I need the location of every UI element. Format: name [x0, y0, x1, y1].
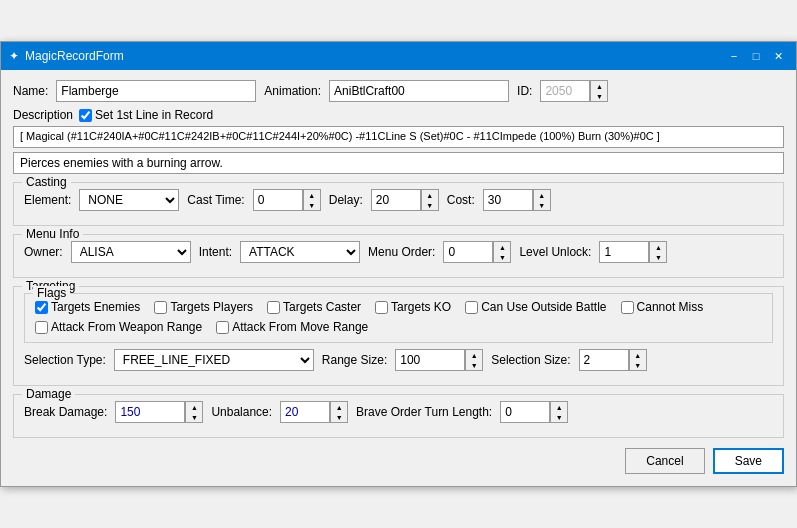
- attack-from-weapon-range-checkbox[interactable]: [35, 321, 48, 334]
- cast-time-label: Cast Time:: [187, 193, 244, 207]
- range-size-down-btn[interactable]: ▼: [466, 360, 482, 370]
- delay-up-btn[interactable]: ▲: [422, 190, 438, 200]
- selection-type-label: Selection Type:: [24, 353, 106, 367]
- menu-order-input[interactable]: [443, 241, 493, 263]
- owner-select[interactable]: ALISA ENEMY ALL: [71, 241, 191, 263]
- delay-spinner-btns: ▲ ▼: [421, 189, 439, 211]
- attack-from-move-range-checkbox[interactable]: [216, 321, 229, 334]
- cost-spinner-btns: ▲ ▼: [533, 189, 551, 211]
- range-size-input[interactable]: [395, 349, 465, 371]
- name-label: Name:: [13, 84, 48, 98]
- intent-select[interactable]: ATTACK SUPPORT HEAL: [240, 241, 360, 263]
- description-row: Description Set 1st Line in Record: [13, 108, 784, 122]
- level-unlock-input[interactable]: [599, 241, 649, 263]
- id-up-btn[interactable]: ▲: [591, 81, 607, 91]
- id-down-btn[interactable]: ▼: [591, 91, 607, 101]
- flags-group: Flags Targets Enemies Targets Players Ta…: [24, 293, 773, 343]
- attack-from-move-range-text: Attack From Move Range: [232, 320, 368, 334]
- targets-players-checkbox[interactable]: [154, 301, 167, 314]
- selection-size-label: Selection Size:: [491, 353, 570, 367]
- set-1st-line-checkbox[interactable]: [79, 109, 92, 122]
- delay-label: Delay:: [329, 193, 363, 207]
- unbalance-up-btn[interactable]: ▲: [331, 402, 347, 412]
- animation-input[interactable]: [329, 80, 509, 102]
- close-button[interactable]: ✕: [768, 47, 788, 65]
- minimize-button[interactable]: −: [724, 47, 744, 65]
- menu-order-down-btn[interactable]: ▼: [494, 252, 510, 262]
- targets-enemies-text: Targets Enemies: [51, 300, 140, 314]
- delay-down-btn[interactable]: ▼: [422, 200, 438, 210]
- cancel-button[interactable]: Cancel: [625, 448, 704, 474]
- cast-time-up-btn[interactable]: ▲: [304, 190, 320, 200]
- targets-ko-label: Targets KO: [375, 300, 451, 314]
- targets-players-text: Targets Players: [170, 300, 253, 314]
- name-input[interactable]: [56, 80, 256, 102]
- targets-caster-label: Targets Caster: [267, 300, 361, 314]
- selection-type-select[interactable]: FREE_LINE_FIXED SINGLE ALL AREA: [114, 349, 314, 371]
- break-damage-up-btn[interactable]: ▲: [186, 402, 202, 412]
- cost-up-btn[interactable]: ▲: [534, 190, 550, 200]
- owner-label: Owner:: [24, 245, 63, 259]
- save-button[interactable]: Save: [713, 448, 784, 474]
- element-select[interactable]: NONE FIRE WATER WIND EARTH LIGHT DARK: [79, 189, 179, 211]
- maximize-button[interactable]: □: [746, 47, 766, 65]
- id-input[interactable]: [540, 80, 590, 102]
- break-damage-down-btn[interactable]: ▼: [186, 412, 202, 422]
- name-animation-row: Name: Animation: ID: ▲ ▼: [13, 80, 784, 102]
- selection-size-down-btn[interactable]: ▼: [630, 360, 646, 370]
- unbalance-label: Unbalance:: [211, 405, 272, 419]
- cast-time-input[interactable]: [253, 189, 303, 211]
- cost-spinner: ▲ ▼: [483, 189, 551, 211]
- unbalance-down-btn[interactable]: ▼: [331, 412, 347, 422]
- brave-order-input[interactable]: [500, 401, 550, 423]
- menu-info-section: Menu Info Owner: ALISA ENEMY ALL Intent:…: [13, 234, 784, 278]
- casting-section: Casting Element: NONE FIRE WATER WIND EA…: [13, 182, 784, 226]
- unbalance-spinner-btns: ▲ ▼: [330, 401, 348, 423]
- delay-input[interactable]: [371, 189, 421, 211]
- level-unlock-up-btn[interactable]: ▲: [650, 242, 666, 252]
- targets-enemies-checkbox[interactable]: [35, 301, 48, 314]
- can-use-outside-battle-checkbox[interactable]: [465, 301, 478, 314]
- menu-info-row: Owner: ALISA ENEMY ALL Intent: ATTACK SU…: [24, 241, 773, 263]
- cost-down-btn[interactable]: ▼: [534, 200, 550, 210]
- attack-from-weapon-range-label: Attack From Weapon Range: [35, 320, 202, 334]
- cost-input[interactable]: [483, 189, 533, 211]
- desc-box: Pierces enemies with a burning arrow.: [13, 152, 784, 174]
- brave-order-spinner: ▲ ▼: [500, 401, 568, 423]
- description-label: Description: [13, 108, 73, 122]
- attack-from-move-range-label: Attack From Move Range: [216, 320, 368, 334]
- cannot-miss-checkbox[interactable]: [621, 301, 634, 314]
- menu-order-up-btn[interactable]: ▲: [494, 242, 510, 252]
- formula-box: [ Magical (#11C#240IA+#0C#11C#242IB+#0C#…: [13, 126, 784, 148]
- casting-row: Element: NONE FIRE WATER WIND EARTH LIGH…: [24, 189, 773, 211]
- damage-section: Damage Break Damage: ▲ ▼ Unbalance: ▲ ▼: [13, 394, 784, 438]
- main-window: ✦ MagicRecordForm − □ ✕ Name: Animation:…: [0, 41, 797, 487]
- selection-size-input[interactable]: [579, 349, 629, 371]
- targets-caster-text: Targets Caster: [283, 300, 361, 314]
- range-size-spinner-btns: ▲ ▼: [465, 349, 483, 371]
- delay-spinner: ▲ ▼: [371, 189, 439, 211]
- selection-size-spinner: ▲ ▼: [579, 349, 647, 371]
- brave-order-up-btn[interactable]: ▲: [551, 402, 567, 412]
- title-bar: ✦ MagicRecordForm − □ ✕: [1, 42, 796, 70]
- id-label: ID:: [517, 84, 532, 98]
- can-use-outside-battle-text: Can Use Outside Battle: [481, 300, 606, 314]
- cast-time-down-btn[interactable]: ▼: [304, 200, 320, 210]
- range-size-label: Range Size:: [322, 353, 387, 367]
- animation-label: Animation:: [264, 84, 321, 98]
- break-damage-input[interactable]: [115, 401, 185, 423]
- selection-size-up-btn[interactable]: ▲: [630, 350, 646, 360]
- menu-order-spinner-btns: ▲ ▼: [493, 241, 511, 263]
- targets-ko-checkbox[interactable]: [375, 301, 388, 314]
- targets-caster-checkbox[interactable]: [267, 301, 280, 314]
- casting-title: Casting: [22, 175, 71, 189]
- element-label: Element:: [24, 193, 71, 207]
- title-bar-controls: − □ ✕: [724, 47, 788, 65]
- window-title: MagicRecordForm: [25, 49, 124, 63]
- brave-order-down-btn[interactable]: ▼: [551, 412, 567, 422]
- range-size-spinner: ▲ ▼: [395, 349, 483, 371]
- unbalance-input[interactable]: [280, 401, 330, 423]
- level-unlock-down-btn[interactable]: ▼: [650, 252, 666, 262]
- id-spinner-btns: ▲ ▼: [590, 80, 608, 102]
- range-size-up-btn[interactable]: ▲: [466, 350, 482, 360]
